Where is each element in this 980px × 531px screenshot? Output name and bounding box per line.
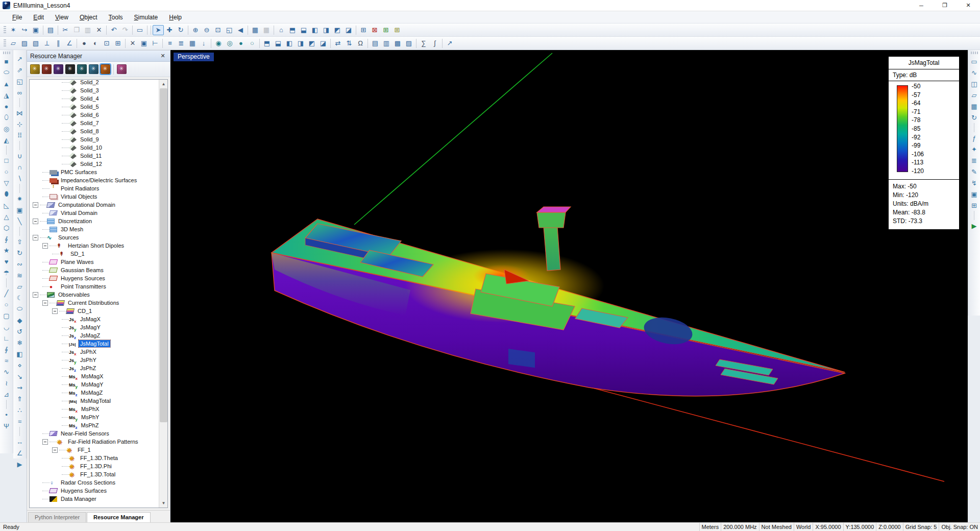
tree-item[interactable]: Impedance/Dielectric Surfaces xyxy=(30,176,159,184)
measure-icon[interactable]: ⊢ xyxy=(150,38,161,49)
cube-faces-tool-icon[interactable]: ◧ xyxy=(14,348,26,359)
run-play-icon[interactable]: ▶ xyxy=(969,220,980,231)
tree-item[interactable]: JsPhZ xyxy=(30,364,159,372)
table-view-icon[interactable]: ▦ xyxy=(187,38,198,49)
tree-item-label[interactable]: Solid_10 xyxy=(79,144,104,151)
tree-item-label[interactable]: JsMagX xyxy=(79,316,102,323)
zoom-window-icon[interactable]: ⊡ xyxy=(212,25,224,35)
tree-item[interactable]: JsMagY xyxy=(30,323,159,331)
bound-box-icon[interactable]: ▣ xyxy=(138,38,150,49)
tree-item-label[interactable]: Solid_3 xyxy=(79,87,101,94)
tree-item[interactable]: FF_1.3D.Total xyxy=(30,470,159,478)
ellipsoid-primitive-icon[interactable]: ⬯ xyxy=(1,112,12,123)
collapse-icon[interactable] xyxy=(33,219,38,224)
tree-item-label[interactable]: Solid_6 xyxy=(79,111,101,118)
umbrella-shape-icon[interactable]: ☂ xyxy=(1,267,12,278)
hexagon-shape-icon[interactable]: ⬡ xyxy=(1,222,12,233)
tree-item-label[interactable]: SD_1 xyxy=(69,250,86,257)
command-window-icon[interactable]: ▭ xyxy=(134,25,145,35)
scrollbar-thumb[interactable] xyxy=(160,88,167,422)
tree-item[interactable]: Huygens Sources xyxy=(30,274,159,282)
view-bottom-icon[interactable]: ⬓ xyxy=(298,25,309,35)
orbit-icon[interactable]: ↻ xyxy=(175,25,186,35)
tree-item[interactable]: JsPhY xyxy=(30,356,159,364)
spiral-shape-icon[interactable]: ∮ xyxy=(1,233,12,245)
bend-tool-icon[interactable]: ☾ xyxy=(14,292,26,303)
scroll-up-icon[interactable]: ▲ xyxy=(159,80,168,88)
tree-item-label[interactable]: Virtual Domain xyxy=(59,209,99,216)
heart-shape-icon[interactable]: ♥ xyxy=(1,256,12,267)
cube-primitive-icon[interactable]: ■ xyxy=(1,56,12,67)
split-icon[interactable]: ✕ xyxy=(127,38,138,49)
spiral2-tool-icon[interactable]: ∮ xyxy=(1,344,12,355)
tree-item-label[interactable]: MsPhZ xyxy=(80,422,101,429)
tree-item-label[interactable]: Impedance/Dielectric Surfaces xyxy=(59,177,138,184)
tree-item[interactable]: Solid_4 xyxy=(30,94,159,103)
tree-item[interactable]: Observables xyxy=(30,291,159,299)
tree-item[interactable]: Near-Field Sensors xyxy=(30,429,159,438)
tree-item-label[interactable]: JsMagTotal xyxy=(79,340,110,347)
tree-item-label[interactable]: MsPhY xyxy=(80,414,101,421)
rotate-object-icon[interactable]: ↻ xyxy=(969,112,980,123)
tree-item-label[interactable]: MsPhX xyxy=(80,405,101,413)
tree-item[interactable]: JsPhX xyxy=(30,348,159,356)
tree-item-label[interactable]: MsMagX xyxy=(80,373,105,380)
tree-item-label[interactable]: JsMagZ xyxy=(79,332,102,339)
view-right-icon[interactable]: ◨ xyxy=(321,25,332,35)
grid-d-icon[interactable]: ▨ xyxy=(403,38,414,49)
explode-tool-icon[interactable]: ✷ xyxy=(14,193,26,204)
torus-primitive-icon[interactable]: ◎ xyxy=(1,123,12,134)
tree-item-label[interactable]: Far-Field Radiation Patterns xyxy=(66,438,140,445)
helix-tool-icon[interactable]: ≈ xyxy=(1,355,12,366)
copy-icon[interactable]: ❐ xyxy=(71,25,82,35)
new-icon[interactable]: ✶ xyxy=(8,25,19,35)
angle-tool-icon[interactable]: ∠ xyxy=(64,38,75,49)
tree-item[interactable]: 3D Mesh xyxy=(30,225,159,233)
grid-dots-icon[interactable]: ▦ xyxy=(969,101,980,112)
tree-item-label[interactable]: Near-Field Sensors xyxy=(59,430,111,437)
plane-xy-icon[interactable]: ▱ xyxy=(8,38,19,49)
tree-item-label[interactable]: MsMagZ xyxy=(80,389,105,396)
pattern-grid-tool-icon[interactable]: ⠿ xyxy=(14,130,26,141)
tree-item[interactable]: JsMagX xyxy=(30,315,159,323)
tree-item[interactable]: MsMagX xyxy=(30,372,159,380)
tree-item-label[interactable]: Huygens Surfaces xyxy=(59,487,108,494)
grid-b-icon[interactable]: ▥ xyxy=(381,38,392,49)
list-compact-icon[interactable]: ≡ xyxy=(164,38,176,49)
stadium-tool-icon[interactable]: ▢ xyxy=(1,310,12,321)
tree-item-label[interactable]: Solid_8 xyxy=(79,128,101,135)
collapse-icon[interactable] xyxy=(33,202,38,208)
tree-item-label[interactable]: Solid_9 xyxy=(79,136,101,143)
collapse-icon[interactable] xyxy=(52,308,58,314)
cube-bottom-icon[interactable]: ⬓ xyxy=(273,38,284,49)
tree-item-label[interactable]: Solid_2 xyxy=(79,79,101,86)
undo-icon[interactable]: ↶ xyxy=(108,25,119,35)
menu-item[interactable]: Edit xyxy=(28,12,49,22)
sphere-primitive-icon[interactable]: ● xyxy=(1,101,12,112)
toolbar-grip[interactable] xyxy=(4,26,6,34)
circle-outline-tool-icon[interactable]: ○ xyxy=(1,299,12,310)
tree-item-label[interactable]: MsMagY xyxy=(80,381,105,388)
sum-tool-icon[interactable]: ∑ xyxy=(418,38,429,49)
extrude-tool-icon[interactable]: ⇧ xyxy=(14,236,26,247)
collapse-icon[interactable] xyxy=(42,243,48,249)
toolbar-grip[interactable] xyxy=(3,52,10,54)
boolean-subtract-icon[interactable]: ∖ xyxy=(14,173,26,184)
loft-tool-icon[interactable]: ≋ xyxy=(14,270,26,281)
tree-item[interactable]: FF_1.3D.Phi xyxy=(30,462,159,470)
zoom-previous-icon[interactable]: ◀ xyxy=(235,25,246,35)
list-detail-icon[interactable]: ≣ xyxy=(176,38,187,49)
cube-left-icon[interactable]: ◧ xyxy=(284,38,295,49)
cell-2-icon[interactable]: ⊞ xyxy=(112,38,124,49)
tree-item-label[interactable]: Point Transmitters xyxy=(59,283,108,290)
mesh-icon[interactable] xyxy=(77,64,87,74)
save-icon[interactable]: ▣ xyxy=(30,25,41,35)
plane-yz-icon[interactable]: ▨ xyxy=(19,38,30,49)
plane-tool-icon[interactable]: ▱ xyxy=(14,281,26,292)
grid-c-icon[interactable]: ▩ xyxy=(392,38,403,49)
zoom-extents-icon[interactable]: ◱ xyxy=(224,25,235,35)
image-capture-icon[interactable]: ▣ xyxy=(969,188,980,200)
mirror-tool-icon[interactable]: ⋈ xyxy=(14,107,26,118)
tree-item-label[interactable]: JsMagY xyxy=(79,324,102,331)
project-tool-icon[interactable]: ▣ xyxy=(14,204,26,215)
